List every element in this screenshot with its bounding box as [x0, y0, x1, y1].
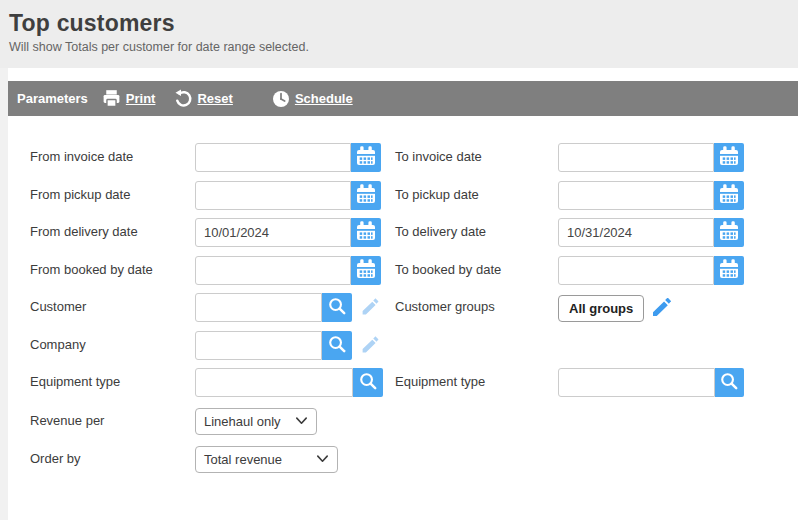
- from-pickup-date-label: From pickup date: [30, 187, 190, 202]
- pencil-icon: [650, 295, 674, 322]
- equipment-type-left-field: [195, 368, 383, 397]
- from-invoice-date-input[interactable]: [195, 143, 351, 172]
- from-delivery-date-input[interactable]: [195, 218, 351, 247]
- from-delivery-date-field: [195, 218, 381, 247]
- from-booked-by-date-label: From booked by date: [30, 262, 190, 277]
- customer-edit-button[interactable]: [360, 296, 381, 320]
- from-booked-by-date-field: [195, 256, 381, 285]
- revenue-per-label: Revenue per: [30, 413, 190, 428]
- equipment-type-right-search-button[interactable]: [715, 368, 744, 397]
- page-header: Top customers Will show Totals per custo…: [0, 0, 798, 68]
- to-invoice-date-label: To invoice date: [395, 149, 553, 164]
- calendar-icon: [717, 219, 741, 246]
- to-invoice-date-field: [558, 143, 744, 172]
- print-label: Print: [126, 91, 156, 106]
- page-title: Top customers: [9, 10, 798, 37]
- order-by-label: Order by: [30, 451, 190, 466]
- customer-search-button[interactable]: [322, 293, 352, 322]
- pencil-icon: [360, 334, 381, 358]
- to-delivery-date-calendar-button[interactable]: [714, 218, 744, 247]
- reset-label: Reset: [197, 91, 232, 106]
- from-booked-by-date-input[interactable]: [195, 256, 351, 285]
- parameters-toolbar: Parameters Print Reset: [8, 81, 798, 116]
- equipment-type-right-input[interactable]: [558, 368, 715, 397]
- from-delivery-date-label: From delivery date: [30, 224, 190, 239]
- customer-field: [195, 293, 381, 322]
- chevron-down-icon: [315, 452, 330, 467]
- to-invoice-date-input[interactable]: [558, 143, 714, 172]
- reset-icon: [172, 88, 193, 109]
- order-by-select[interactable]: Total revenue: [195, 446, 338, 473]
- reset-button[interactable]: Reset: [172, 88, 232, 109]
- calendar-icon: [354, 144, 378, 171]
- company-edit-button[interactable]: [360, 334, 381, 358]
- pencil-icon: [360, 296, 381, 320]
- customer-input[interactable]: [195, 293, 322, 322]
- order-by-selected-value: Total revenue: [204, 452, 282, 467]
- customer-groups-field: All groups: [558, 294, 674, 323]
- revenue-per-selected-value: Linehaul only: [204, 414, 281, 429]
- to-pickup-date-field: [558, 181, 744, 210]
- search-icon: [326, 333, 349, 359]
- customer-groups-button[interactable]: All groups: [558, 295, 644, 322]
- page-subtitle: Will show Totals per customer for date r…: [9, 40, 798, 54]
- clock-icon: [271, 89, 291, 109]
- printer-icon: [101, 88, 122, 109]
- from-pickup-date-calendar-button[interactable]: [351, 181, 381, 210]
- from-invoice-date-calendar-button[interactable]: [351, 143, 381, 172]
- company-search-button[interactable]: [322, 331, 352, 360]
- schedule-button[interactable]: Schedule: [271, 89, 353, 109]
- company-input[interactable]: [195, 331, 322, 360]
- search-icon: [357, 370, 380, 396]
- from-pickup-date-field: [195, 181, 381, 210]
- calendar-icon: [354, 257, 378, 284]
- to-booked-by-date-label: To booked by date: [395, 262, 553, 277]
- print-button[interactable]: Print: [101, 88, 156, 109]
- calendar-icon: [717, 257, 741, 284]
- to-delivery-date-field: [558, 218, 744, 247]
- customer-groups-edit-button[interactable]: [650, 295, 674, 322]
- to-delivery-date-label: To delivery date: [395, 224, 553, 239]
- left-margin-strip: [0, 68, 8, 520]
- from-pickup-date-input[interactable]: [195, 181, 351, 210]
- from-booked-by-date-calendar-button[interactable]: [351, 256, 381, 285]
- to-booked-by-date-field: [558, 256, 744, 285]
- company-label: Company: [30, 337, 190, 352]
- equipment-type-left-search-button[interactable]: [353, 368, 383, 397]
- revenue-per-select[interactable]: Linehaul only: [195, 408, 317, 435]
- search-icon: [326, 295, 349, 321]
- to-delivery-date-input[interactable]: [558, 218, 714, 247]
- equipment-type-right-field: [558, 368, 744, 397]
- customer-groups-label: Customer groups: [395, 299, 553, 314]
- calendar-icon: [717, 182, 741, 209]
- to-booked-by-date-calendar-button[interactable]: [714, 256, 744, 285]
- chevron-down-icon: [294, 414, 309, 429]
- to-invoice-date-calendar-button[interactable]: [714, 143, 744, 172]
- parameters-label: Parameters: [17, 91, 88, 106]
- from-invoice-date-label: From invoice date: [30, 149, 190, 164]
- report-parameters-panel: Parameters Print Reset: [8, 68, 798, 520]
- company-field: [195, 331, 381, 360]
- search-icon: [718, 370, 741, 396]
- equipment-type-left-input[interactable]: [195, 368, 353, 397]
- customer-label: Customer: [30, 299, 190, 314]
- to-pickup-date-calendar-button[interactable]: [714, 181, 744, 210]
- calendar-icon: [354, 182, 378, 209]
- calendar-icon: [717, 144, 741, 171]
- from-delivery-date-calendar-button[interactable]: [351, 218, 381, 247]
- to-booked-by-date-input[interactable]: [558, 256, 714, 285]
- equipment-type-left-label: Equipment type: [30, 374, 190, 389]
- calendar-icon: [354, 219, 378, 246]
- to-pickup-date-label: To pickup date: [395, 187, 553, 202]
- schedule-label: Schedule: [295, 91, 353, 106]
- to-pickup-date-input[interactable]: [558, 181, 714, 210]
- from-invoice-date-field: [195, 143, 381, 172]
- equipment-type-right-label: Equipment type: [395, 374, 553, 389]
